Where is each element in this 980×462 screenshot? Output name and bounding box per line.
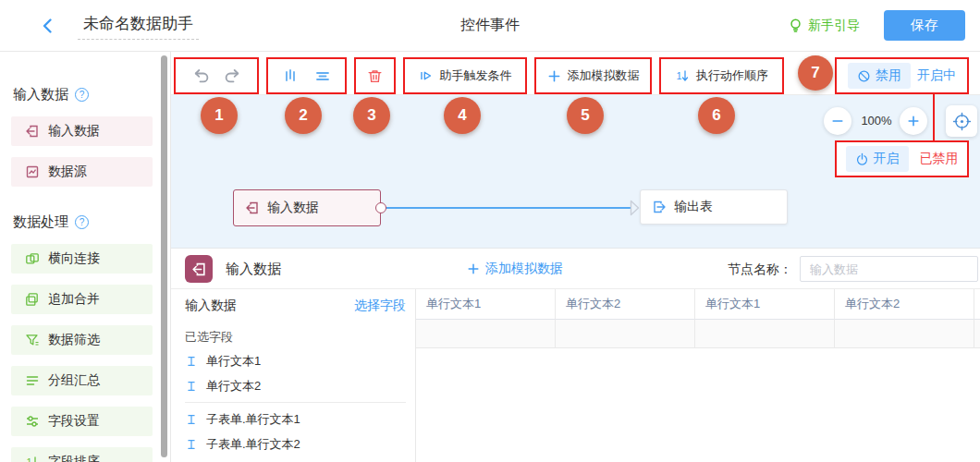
- sidebar-item-horizontal-join[interactable]: 横向连接: [11, 244, 153, 274]
- annotation-marker-1: 1: [201, 97, 238, 134]
- sidebar-item-field-sort[interactable]: 1 字段排序: [11, 447, 153, 462]
- annotation-connector: [933, 94, 935, 140]
- node-label: 输入数据: [267, 200, 319, 216]
- annotation-marker-2: 2: [285, 97, 322, 134]
- guide-link[interactable]: 新手引导: [788, 18, 860, 34]
- app-window: 未命名数据助手 控件事件 新手引导 保存 输入数据 输入数据 数据源: [0, 0, 980, 462]
- input-data-icon: [25, 124, 40, 139]
- sidebar-item-label: 数据筛选: [48, 332, 100, 348]
- status-enabled-label[interactable]: 开启中: [917, 67, 956, 84]
- sidebar-item-label: 字段设置: [48, 413, 100, 430]
- text-field-icon: [185, 355, 198, 368]
- assistant-title[interactable]: 未命名数据助手: [78, 11, 199, 40]
- annotation-marker-6: 6: [698, 97, 735, 134]
- zoom-in-button[interactable]: [900, 107, 927, 135]
- back-button[interactable]: [39, 16, 59, 36]
- sidebar-item-label: 分组汇总: [48, 372, 100, 389]
- sidebar-item-filter[interactable]: 数据筛选: [11, 325, 153, 355]
- node-output-port[interactable]: [375, 202, 386, 213]
- play-bar-icon: [419, 68, 434, 83]
- table-cell[interactable]: [416, 320, 556, 347]
- bulb-icon: [788, 18, 803, 33]
- filter-icon: [25, 333, 40, 347]
- action-order-label[interactable]: 执行动作顺序: [696, 67, 768, 84]
- help-icon[interactable]: [75, 215, 89, 229]
- sidebar-section-input: 输入数据: [13, 83, 170, 105]
- select-fields-link[interactable]: 选择字段: [354, 298, 406, 314]
- enable-button[interactable]: 开启: [846, 146, 909, 172]
- annotation-box-order: 1 执行动作顺序: [659, 57, 784, 94]
- annotation-box-toggle-disabled: 开启 已禁用: [835, 140, 969, 177]
- sidebar-scrollbar[interactable]: [161, 55, 167, 457]
- node-input-data[interactable]: 输入数据: [233, 189, 381, 226]
- save-button[interactable]: 保存: [884, 10, 965, 41]
- field-label: 子表单.单行文本2: [206, 436, 300, 453]
- node-output-table[interactable]: 输出表: [640, 189, 788, 225]
- node-config-panel: 输入数据 添加模拟数据 节点名称： 输入数据 选择字段 已选字段: [171, 248, 980, 462]
- trigger-condition-button[interactable]: [419, 68, 434, 83]
- svg-text:1: 1: [27, 456, 32, 462]
- field-item[interactable]: 单行文本1: [185, 348, 406, 373]
- selected-fields-label: 已选字段: [185, 326, 406, 348]
- main-area: 助手触发条件 添加模拟数据 1 执行动作顺序 7 禁用: [171, 52, 980, 462]
- flow-edge: [382, 207, 631, 209]
- trigger-condition-label[interactable]: 助手触发条件: [440, 67, 512, 84]
- column-header: 单行文本1: [695, 289, 835, 320]
- guide-label: 新手引导: [808, 18, 860, 34]
- zoom-out-button[interactable]: [824, 107, 851, 135]
- sidebar-item-data-source[interactable]: 数据源: [11, 157, 153, 187]
- column-header: 单行文本1: [416, 289, 556, 320]
- sidebar-item-label: 追加合并: [48, 291, 100, 308]
- text-field-icon: [185, 438, 198, 451]
- import-icon: [191, 261, 207, 277]
- undo-button[interactable]: [191, 67, 210, 85]
- fit-view-button[interactable]: [946, 105, 977, 137]
- help-icon[interactable]: [75, 88, 89, 102]
- table-header-row: 单行文本1 单行文本2 单行文本1 单行文本2: [416, 289, 980, 320]
- field-list-divider: [185, 402, 406, 403]
- annotation-marker-5: 5: [567, 97, 604, 134]
- append-merge-icon: [25, 292, 40, 307]
- import-icon: [245, 201, 260, 215]
- field-item[interactable]: 单行文本2: [185, 373, 406, 398]
- disable-label: 禁用: [876, 67, 901, 84]
- field-label: 单行文本1: [206, 353, 261, 370]
- export-icon: [652, 200, 667, 214]
- annotation-box-delete: [354, 57, 396, 94]
- vertical-layout-button[interactable]: [282, 67, 299, 84]
- annotation-marker-7: 7: [798, 55, 833, 91]
- status-disabled-label[interactable]: 已禁用: [920, 151, 959, 167]
- table-cell[interactable]: [695, 320, 835, 347]
- redo-button[interactable]: [224, 67, 242, 85]
- trash-icon: [367, 68, 383, 84]
- plus-icon: [547, 69, 561, 83]
- enable-label: 开启: [874, 151, 900, 167]
- sidebar-item-append-merge[interactable]: 追加合并: [11, 285, 153, 314]
- add-mock-label[interactable]: 添加模拟数据: [568, 67, 640, 84]
- delete-button[interactable]: [367, 68, 383, 84]
- sidebar-item-input-data[interactable]: 输入数据: [11, 116, 153, 146]
- add-mock-data-label: 添加模拟数据: [485, 261, 563, 277]
- table-cell[interactable]: [835, 320, 974, 347]
- horizontal-layout-icon: [314, 67, 331, 84]
- action-order-button[interactable]: 1: [675, 68, 690, 83]
- plus-icon: [907, 115, 920, 128]
- panel-header: 输入数据 添加模拟数据 节点名称：: [171, 249, 980, 289]
- table-row[interactable]: [416, 320, 980, 348]
- node-name-input[interactable]: [800, 256, 978, 282]
- sidebar-item-group-summary[interactable]: 分组汇总: [11, 366, 153, 395]
- horizontal-layout-button[interactable]: [314, 67, 331, 84]
- sidebar-item-field-settings[interactable]: 字段设置: [11, 407, 153, 436]
- field-label: 子表单.单行文本1: [206, 411, 300, 428]
- add-mock-button[interactable]: [547, 69, 561, 83]
- field-item[interactable]: 子表单.单行文本1: [185, 407, 406, 432]
- field-item[interactable]: 子表单.单行文本2: [185, 432, 406, 456]
- section-title: 数据处理: [13, 213, 68, 231]
- field-settings-icon: [25, 414, 40, 429]
- table-cell[interactable]: [556, 320, 695, 347]
- header-actions: 新手引导 保存: [788, 10, 965, 41]
- disable-button[interactable]: 禁用: [848, 63, 911, 89]
- app-header: 未命名数据助手 控件事件 新手引导 保存: [0, 0, 980, 52]
- add-mock-data-link[interactable]: 添加模拟数据: [467, 249, 563, 289]
- fields-panel: 输入数据 选择字段 已选字段 单行文本1 单行文本2: [171, 289, 416, 462]
